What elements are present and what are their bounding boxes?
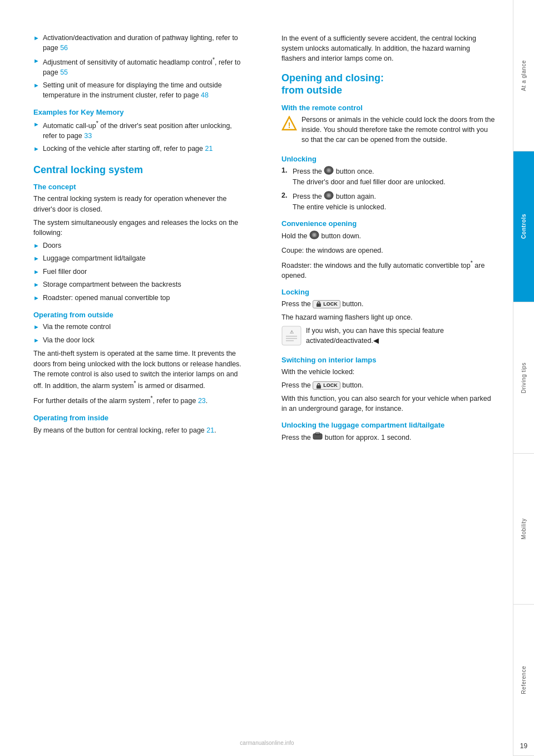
sidebar: At a glance Controls Driving tips Mobili… xyxy=(513,0,534,756)
lock-item-doors: Doors xyxy=(43,241,61,251)
luggage-text: Press the button for approx. 1 second. xyxy=(281,432,496,444)
lock-button-icon: LOCK xyxy=(313,300,340,308)
watermark: carmanualsonline.info xyxy=(240,740,294,746)
sidebar-label-driving-tips: Driving tips xyxy=(521,362,527,393)
lock-item-roadster: Roadster: opened manual convertible top xyxy=(43,293,170,303)
sidebar-section-at-a-glance: At a glance xyxy=(513,0,534,151)
right-column: In the event of a sufficiently severe ac… xyxy=(273,33,496,734)
svg-point-7 xyxy=(328,194,330,197)
bullet-item: ► Adjustment of sensitivity of automatic… xyxy=(33,56,248,77)
bullet-arrow-icon: ► xyxy=(33,268,39,277)
locks-bullets: ► Doors ► Luggage compartment lid/tailga… xyxy=(33,241,248,303)
warning-triangle-icon: ! xyxy=(281,116,297,131)
warning-box: ! Persons or animals in the vehicle coul… xyxy=(281,115,496,148)
bullet-item: ► Luggage compartment lid/tailgate xyxy=(33,254,248,264)
bullet-item: ► Locking of the vehicle after starting … xyxy=(33,144,248,154)
operating-inside-text: By means of the button for central locki… xyxy=(33,425,248,435)
bullet-arrow-icon: ► xyxy=(33,34,39,53)
svg-text:!: ! xyxy=(288,121,291,130)
bullet-arrow-icon: ► xyxy=(33,336,39,346)
opening-closing-section: Opening and closing:from outside With th… xyxy=(281,72,496,443)
convenience-text3: Roadster: the windows and the fully auto… xyxy=(281,259,496,281)
bullet-item: ► Doors xyxy=(33,241,248,251)
note-box-locking: ⚠ If you wish, you can have this special… xyxy=(281,326,496,349)
operating-outside-para: The anti-theft system is operated at the… xyxy=(33,348,248,391)
alarm-system-text: For further details of the alarm system*… xyxy=(33,394,248,406)
sidebar-section-controls: Controls xyxy=(513,151,534,303)
left-column: ► Activation/deactivation and duration o… xyxy=(33,33,256,734)
remote-key-icon-2 xyxy=(324,191,334,203)
locking-heading: Locking xyxy=(281,288,496,296)
intro-text: In the event of a sufficiently severe ac… xyxy=(281,33,496,63)
svg-rect-17 xyxy=(317,385,321,389)
page-link-48[interactable]: 48 xyxy=(201,91,209,99)
step-2: 2. Press the button again.The entire veh… xyxy=(281,191,496,213)
page-link-33[interactable]: 33 xyxy=(84,132,92,140)
bullet-arrow-icon: ► xyxy=(33,81,39,100)
svg-rect-11 xyxy=(317,303,321,307)
operating-outside-door: Via the door lock xyxy=(43,336,95,346)
sidebar-label-mobility: Mobility xyxy=(521,518,527,539)
lock-item-fuel: Fuel filler door xyxy=(43,267,87,277)
luggage-button-icon xyxy=(313,432,323,444)
bullet-arrow-icon: ► xyxy=(33,254,39,264)
sidebar-label-reference: Reference xyxy=(521,666,527,694)
remote-control-heading: With the remote control xyxy=(281,104,496,112)
sidebar-label-controls: Controls xyxy=(521,214,527,239)
examples-bullets: ► Automatic call-up* of the driver's sea… xyxy=(33,120,248,154)
bullet-arrow-icon: ► xyxy=(33,120,39,141)
page-number: 19 xyxy=(520,742,527,750)
bullet-arrow-icon: ► xyxy=(33,281,39,290)
step-1: 1. Press the button once.The driver's do… xyxy=(281,166,496,188)
locking-text1: Press the LOCK button. xyxy=(281,299,496,309)
operating-inside-heading: Operating from inside xyxy=(33,414,248,422)
sidebar-section-mobility: Mobility xyxy=(513,454,534,605)
bullet-item: ► Roadster: opened manual convertible to… xyxy=(33,293,248,303)
locking-text2: The hazard warning flashers light up onc… xyxy=(281,312,496,322)
opening-closing-heading: Opening and closing:from outside xyxy=(281,72,496,96)
locking-note: If you wish, you can have this special f… xyxy=(306,326,496,346)
convenience-text1: Hold the button down. xyxy=(281,230,496,242)
sidebar-section-reference: Reference 19 xyxy=(513,605,534,756)
lock-button-icon-2: LOCK xyxy=(313,381,340,390)
page-link-56[interactable]: 56 xyxy=(60,44,68,52)
concept-heading: The concept xyxy=(33,183,248,191)
bullet-item: ► Activation/deactivation and duration o… xyxy=(33,33,248,53)
central-locking-section: Central locking system The concept The c… xyxy=(33,164,248,436)
bullet-item: ► Fuel filler door xyxy=(33,267,248,277)
examples-heading: Examples for Key Memory xyxy=(33,108,248,116)
switching-text3: With this function, you can also search … xyxy=(281,394,496,414)
svg-text:⚠: ⚠ xyxy=(290,330,294,335)
main-content: ► Activation/deactivation and duration o… xyxy=(0,0,513,756)
operating-outside-heading: Operating from outside xyxy=(33,311,248,319)
lock-item-storage: Storage compartment between the backrest… xyxy=(43,280,181,290)
remote-key-icon-3 xyxy=(309,230,319,242)
page-link-21b[interactable]: 21 xyxy=(206,426,214,434)
bullet-item: ► Automatic call-up* of the driver's sea… xyxy=(33,120,248,141)
remote-key-icon-1 xyxy=(324,166,334,178)
bullet-arrow-icon: ► xyxy=(33,57,39,77)
bullet-item: ► Via the door lock xyxy=(33,336,248,346)
luggage-heading: Unlocking the luggage compartment lid/ta… xyxy=(281,421,496,429)
page-link-55[interactable]: 55 xyxy=(60,68,68,76)
note-icon: ⚠ xyxy=(281,326,301,346)
unlocking-heading: Unlocking xyxy=(281,155,496,163)
convenience-text2: Coupe: the windows are opened. xyxy=(281,246,496,256)
concept-para-1: The central locking system is ready for … xyxy=(33,194,248,214)
page-container: ► Activation/deactivation and duration o… xyxy=(0,0,534,756)
lock-item-luggage: Luggage compartment lid/tailgate xyxy=(43,254,146,264)
switching-heading: Switching on interior lamps xyxy=(281,356,496,364)
central-locking-heading: Central locking system xyxy=(33,164,248,176)
sidebar-section-driving-tips: Driving tips xyxy=(513,302,534,454)
operating-outside-bullets: ► Via the remote control ► Via the door … xyxy=(33,322,248,345)
bullet-arrow-icon: ► xyxy=(33,242,39,251)
svg-point-4 xyxy=(328,169,330,171)
switching-text2: Press the LOCK button. xyxy=(281,380,496,390)
bullet-arrow-icon: ► xyxy=(33,323,39,332)
bullet-item: ► Via the remote control xyxy=(33,322,248,332)
svg-point-10 xyxy=(313,234,315,236)
page-link-23[interactable]: 23 xyxy=(198,397,206,405)
bullet-arrow-icon: ► xyxy=(33,294,39,303)
intro-bullets: ► Activation/deactivation and duration o… xyxy=(33,33,248,100)
page-link-21[interactable]: 21 xyxy=(205,145,213,153)
